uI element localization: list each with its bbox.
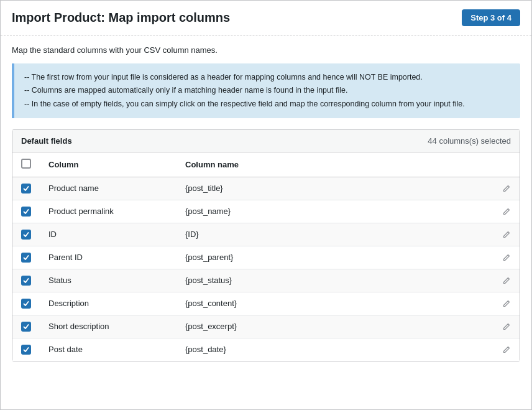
row-column-label: ID — [40, 223, 177, 246]
col-name-text: {post_name} — [185, 207, 231, 216]
row-checkbox[interactable] — [21, 345, 31, 355]
table-row: Status {post_status} — [12, 269, 520, 292]
table-row: Short description {post_excerpt} — [12, 315, 520, 338]
row-checkbox[interactable] — [21, 299, 31, 309]
row-checkbox[interactable] — [21, 322, 31, 332]
col-name-text: {post_status} — [185, 276, 232, 285]
th-checkbox — [12, 152, 40, 177]
col-name-field: {post_status} — [185, 276, 511, 285]
info-line-2: -- Columns are mapped automatically only… — [24, 84, 510, 97]
row-checkbox-cell — [12, 177, 40, 200]
section-title: Default fields — [21, 136, 72, 146]
row-column-label: Status — [40, 269, 177, 292]
edit-icon[interactable] — [502, 230, 511, 239]
table-row: Description {post_content} — [12, 292, 520, 315]
step-badge: Step 3 of 4 — [462, 9, 520, 26]
row-colname-cell: {post_name} — [177, 200, 520, 223]
info-line-3: -- In the case of empty fields, you can … — [24, 98, 510, 111]
col-name-text: {post_title} — [185, 184, 223, 193]
info-box: -- The first row from your input file is… — [12, 63, 520, 118]
table-header-row: Column Column name — [12, 152, 520, 177]
col-name-text: {post_excerpt} — [185, 322, 237, 331]
col-name-text: {post_date} — [185, 345, 226, 354]
edit-icon[interactable] — [502, 184, 511, 193]
row-checkbox-cell — [12, 338, 40, 361]
row-column-label: Short description — [40, 315, 177, 338]
columns-selected: 44 columns(s) selected — [428, 136, 511, 146]
row-checkbox[interactable] — [21, 253, 31, 263]
edit-icon[interactable] — [502, 345, 511, 354]
row-column-label: Description — [40, 292, 177, 315]
row-colname-cell: {post_content} — [177, 292, 520, 315]
header-checkbox[interactable] — [21, 159, 31, 169]
col-name-field: {post_parent} — [185, 253, 511, 262]
th-colname: Column name — [177, 152, 520, 177]
row-column-label: Product name — [40, 177, 177, 200]
edit-icon[interactable] — [502, 322, 511, 331]
row-checkbox-cell — [12, 269, 40, 292]
row-column-label: Product permalink — [40, 200, 177, 223]
row-checkbox-cell — [12, 246, 40, 269]
table-row: Parent ID {post_parent} — [12, 246, 520, 269]
col-name-text: {ID} — [185, 230, 199, 239]
table-row: Product permalink {post_name} — [12, 200, 520, 223]
row-column-label: Post date — [40, 338, 177, 361]
row-colname-cell: {post_title} — [177, 177, 520, 200]
columns-table: Column Column name Product name {post_ti… — [12, 152, 520, 361]
row-colname-cell: {ID} — [177, 223, 520, 246]
col-name-field: {post_title} — [185, 184, 511, 193]
page-body: Map the standard columns with your CSV c… — [1, 35, 531, 371]
row-checkbox-cell — [12, 315, 40, 338]
row-column-label: Parent ID — [40, 246, 177, 269]
col-name-field: {post_content} — [185, 299, 511, 308]
row-colname-cell: {post_parent} — [177, 246, 520, 269]
col-name-field: {post_excerpt} — [185, 322, 511, 331]
col-name-field: {post_name} — [185, 207, 511, 216]
th-column: Column — [40, 152, 177, 177]
edit-icon[interactable] — [502, 276, 511, 285]
row-checkbox-cell — [12, 200, 40, 223]
row-checkbox[interactable] — [21, 207, 31, 217]
row-checkbox[interactable] — [21, 276, 31, 286]
page-title: Import Product: Map import columns — [12, 11, 230, 25]
page-wrap: Import Product: Map import columns Step … — [0, 0, 532, 410]
table-row: ID {ID} — [12, 223, 520, 246]
col-name-text: {post_parent} — [185, 253, 233, 262]
row-checkbox-cell — [12, 292, 40, 315]
subtitle: Map the standard columns with your CSV c… — [12, 45, 520, 55]
columns-table-wrap: Default fields 44 columns(s) selected Co… — [12, 129, 520, 361]
table-row: Product name {post_title} — [12, 177, 520, 200]
row-checkbox[interactable] — [21, 230, 31, 240]
table-row: Post date {post_date} — [12, 338, 520, 361]
col-name-field: {ID} — [185, 230, 511, 239]
table-body: Product name {post_title} Product permal… — [12, 177, 520, 361]
info-line-1: -- The first row from your input file is… — [24, 71, 510, 84]
edit-icon[interactable] — [502, 253, 511, 262]
edit-icon[interactable] — [502, 299, 511, 308]
row-colname-cell: {post_status} — [177, 269, 520, 292]
table-header-bar: Default fields 44 columns(s) selected — [12, 130, 520, 152]
col-name-text: {post_content} — [185, 299, 237, 308]
row-checkbox-cell — [12, 223, 40, 246]
page-header: Import Product: Map import columns Step … — [1, 1, 531, 35]
row-colname-cell: {post_date} — [177, 338, 520, 361]
row-colname-cell: {post_excerpt} — [177, 315, 520, 338]
row-checkbox[interactable] — [21, 184, 31, 193]
edit-icon[interactable] — [502, 207, 511, 216]
col-name-field: {post_date} — [185, 345, 511, 354]
